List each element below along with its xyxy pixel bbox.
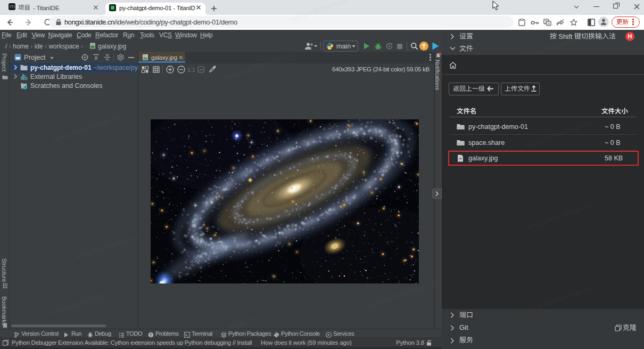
svg-text:A: A (548, 22, 550, 26)
